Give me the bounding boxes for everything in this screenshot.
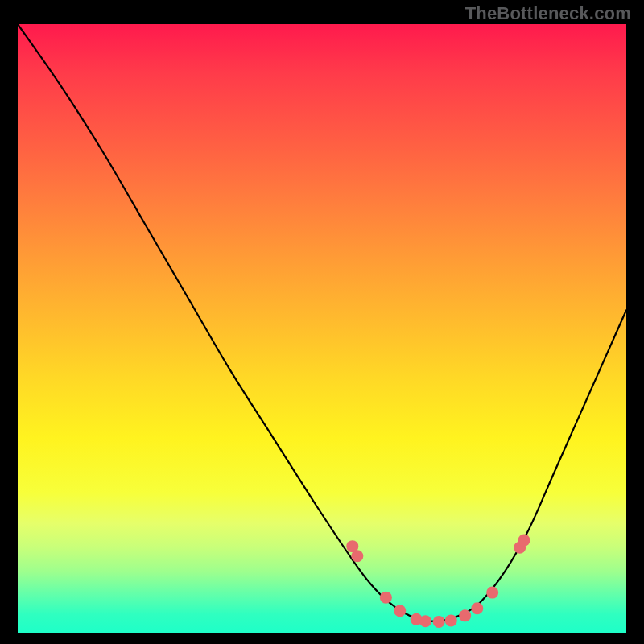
data-marker [445,614,457,626]
plot-area [18,24,626,633]
data-marker [433,616,445,628]
data-marker [394,605,406,617]
data-marker [459,609,471,621]
data-marker [518,535,530,547]
marker-group [346,535,530,628]
data-marker [380,592,392,604]
chart-frame: TheBottleneck.com [0,0,644,644]
watermark-text: TheBottleneck.com [465,3,631,24]
bottleneck-curve [18,24,626,621]
data-marker [351,550,363,562]
data-marker [419,615,431,627]
data-marker [486,587,498,599]
curve-layer [18,24,626,633]
data-marker [471,602,483,614]
